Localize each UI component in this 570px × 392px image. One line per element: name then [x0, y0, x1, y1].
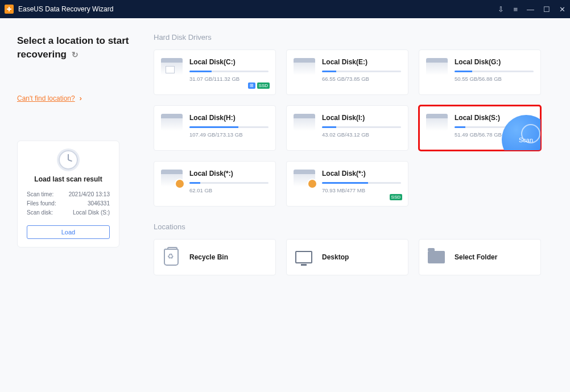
disk-icon	[426, 114, 448, 131]
disk-size: 62.01 GB	[189, 187, 269, 193]
usage-bar	[189, 182, 269, 184]
disk-icon	[294, 114, 315, 131]
main-content: Hard Disk Drivers Local Disk(C:)31.07 GB…	[148, 18, 570, 392]
disk-icon	[161, 114, 183, 131]
location-card[interactable]: Desktop	[286, 239, 408, 275]
disk-icon	[426, 58, 448, 75]
bin-icon	[161, 247, 181, 267]
minimize-icon[interactable]: —	[527, 6, 534, 13]
app-logo-icon	[5, 5, 14, 14]
system-tag: ⊞	[248, 82, 255, 89]
titlebar: EaseUS Data Recovery Wizard ⇩ ≡ — ☐ ✕	[0, 0, 570, 18]
ssd-tag: SSD	[390, 194, 402, 200]
disk-size: 70.93 MB/477 MB	[322, 187, 401, 193]
usage-bar	[322, 126, 401, 128]
disk-card[interactable]: Local Disk(E:)66.55 GB/73.85 GB	[286, 49, 408, 95]
disk-size: 43.02 GB/43.12 GB	[322, 131, 401, 138]
disk-card[interactable]: Local Disk(G:)50.55 GB/56.88 GB	[419, 49, 541, 95]
location-card[interactable]: Recycle Bin	[154, 239, 276, 275]
location-name: Select Folder	[455, 253, 497, 261]
disk-name: Local Disk(*:)	[322, 170, 401, 178]
disk-card[interactable]: Local Disk(H:)107.49 GB/173.13 GB	[154, 105, 276, 151]
section-locations: Locations	[154, 222, 560, 231]
usage-bar	[455, 71, 534, 72]
load-button[interactable]: Load	[27, 225, 110, 239]
disk-name: Local Disk(C:)	[189, 58, 269, 66]
section-hdd: Hard Disk Drivers	[154, 33, 560, 42]
usage-bar	[189, 126, 269, 128]
location-name: Recycle Bin	[189, 253, 228, 261]
close-icon[interactable]: ✕	[559, 6, 565, 13]
usage-bar	[322, 182, 401, 184]
refresh-icon[interactable]: ↻	[72, 49, 79, 61]
app-title: EaseUS Data Recovery Wizard	[18, 5, 113, 13]
disk-name: Local Disk(E:)	[322, 58, 401, 66]
menu-icon[interactable]: ≡	[513, 6, 518, 13]
usage-bar	[322, 71, 401, 72]
last-scan-row: Scan time:2021/4/20 13:13	[27, 190, 110, 199]
disk-icon	[294, 170, 315, 187]
disk-card[interactable]: Local Disk(S:)51.49 GB/56.78 GBScan	[419, 105, 541, 151]
sidebar: Select a location to start recovering ↻ …	[0, 18, 148, 392]
disk-size: 50.55 GB/56.88 GB	[455, 76, 534, 82]
maximize-icon[interactable]: ☐	[543, 6, 550, 13]
fold-icon	[426, 247, 447, 267]
disk-size: 66.55 GB/73.85 GB	[322, 76, 401, 82]
last-scan-row: Files found:3046331	[27, 199, 110, 208]
ssd-tag: SSD	[257, 82, 270, 89]
disk-name: Local Disk(G:)	[455, 58, 534, 66]
page-title: Select a location to start recovering ↻	[17, 34, 135, 61]
disk-size: 107.49 GB/173.13 GB	[189, 131, 269, 138]
last-scan-card: Load last scan result Scan time:2021/4/2…	[17, 141, 119, 247]
clock-icon	[59, 150, 78, 170]
cant-find-link[interactable]: Can't find location?››	[17, 94, 80, 102]
disk-card[interactable]: Local Disk(*:)70.93 MB/477 MBSSD	[286, 161, 408, 207]
location-name: Desktop	[322, 253, 349, 261]
last-scan-row: Scan disk:Local Disk (S:)	[27, 208, 110, 217]
disk-icon	[294, 58, 315, 75]
download-icon[interactable]: ⇩	[498, 6, 504, 13]
mon-icon	[294, 247, 314, 267]
last-scan-title: Load last scan result	[27, 175, 110, 183]
disk-card[interactable]: Local Disk(*:)62.01 GB	[154, 161, 276, 207]
disk-name: Local Disk(H:)	[189, 114, 269, 122]
disk-size: 31.07 GB/111.32 GB	[189, 76, 269, 82]
usage-bar	[189, 71, 269, 72]
disk-icon	[161, 170, 183, 187]
disk-name: Local Disk(I:)	[322, 114, 401, 122]
location-card[interactable]: Select Folder	[419, 239, 541, 275]
disk-icon	[161, 58, 183, 75]
disk-card[interactable]: Local Disk(C:)31.07 GB/111.32 GB⊞SSD	[154, 49, 276, 95]
disk-card[interactable]: Local Disk(I:)43.02 GB/43.12 GB	[286, 105, 408, 151]
disk-name: Local Disk(*:)	[189, 170, 269, 178]
